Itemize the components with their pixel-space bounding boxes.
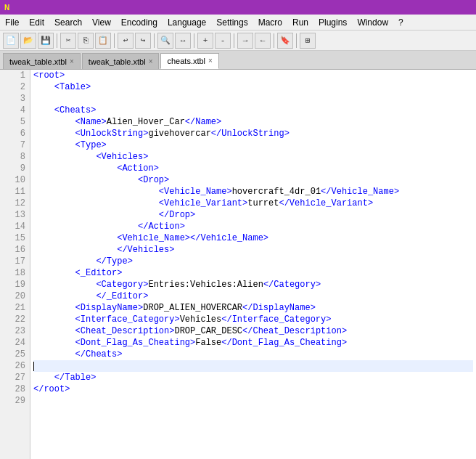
toolbar-separator: [57, 33, 57, 48]
menu-bar: FileEditSearchViewEncodingLanguageSettin…: [0, 15, 476, 31]
code-line-10: <Drop>: [33, 174, 473, 186]
code-content[interactable]: <root> <Table> <Cheats> <Name>Alien_Hove…: [30, 70, 476, 459]
line-num-19: 19: [0, 279, 30, 291]
code-line-5: <Name>Alien_Hover_Car</Name>: [33, 116, 473, 128]
code-line-7: <Type>: [33, 139, 473, 151]
menu-item-search[interactable]: Search: [49, 16, 87, 29]
code-line-9: <Action>: [33, 163, 473, 174]
line-num-9: 9: [0, 163, 30, 174]
line-num-8: 8: [0, 151, 30, 163]
find-replace-button[interactable]: ↔: [175, 33, 191, 49]
find-button[interactable]: 🔍: [157, 33, 173, 49]
view-toggle-button[interactable]: ⊞: [300, 33, 316, 49]
code-line-24: <Dont_Flag_As_Cheating>False</Dont_Flag_…: [33, 337, 473, 349]
menu-item-settings[interactable]: Settings: [211, 16, 253, 29]
outdent-button[interactable]: ←: [255, 33, 271, 49]
menu-item-?[interactable]: ?: [393, 16, 409, 29]
copy-button[interactable]: ⎘: [78, 33, 94, 49]
menu-item-encoding[interactable]: Encoding: [116, 16, 163, 29]
menu-item-view[interactable]: View: [87, 16, 116, 29]
line-num-23: 23: [0, 325, 30, 337]
line-num-22: 22: [0, 314, 30, 325]
line-num-20: 20: [0, 291, 30, 302]
code-line-26: [33, 360, 473, 372]
menu-item-plugins[interactable]: Plugins: [313, 16, 352, 29]
menu-item-macro[interactable]: Macro: [253, 16, 287, 29]
menu-item-file[interactable]: File: [0, 16, 24, 29]
line-num-14: 14: [0, 221, 30, 232]
code-line-25: </Cheats>: [33, 349, 473, 360]
line-num-11: 11: [0, 186, 30, 198]
code-line-14: </Action>: [33, 221, 473, 232]
open-button[interactable]: 📂: [20, 33, 36, 49]
title-bar: N: [0, 0, 476, 15]
tab-1[interactable]: tweak_table.xtbl×: [82, 53, 160, 69]
code-line-13: </Drop>: [33, 209, 473, 221]
new-button[interactable]: 📄: [3, 33, 19, 49]
menu-item-window[interactable]: Window: [352, 16, 393, 29]
code-line-23: <Cheat_Description>DROP_CAR_DESC</Cheat_…: [33, 325, 473, 337]
line-num-15: 15: [0, 232, 30, 244]
menu-item-language[interactable]: Language: [163, 16, 211, 29]
line-num-21: 21: [0, 302, 30, 314]
toolbar-separator: [114, 33, 115, 48]
line-num-28: 28: [0, 383, 30, 395]
line-num-6: 6: [0, 128, 30, 139]
tab-close-2[interactable]: ×: [208, 57, 213, 65]
save-button[interactable]: 💾: [38, 33, 54, 49]
line-num-7: 7: [0, 139, 30, 151]
line-num-5: 5: [0, 116, 30, 128]
toolbar-separator: [274, 33, 274, 48]
line-num-25: 25: [0, 349, 30, 360]
code-line-27: </Table>: [33, 372, 473, 383]
code-area[interactable]: 1234567891011121314151617181920212223242…: [0, 70, 476, 459]
code-line-21: <DisplayName>DROP_ALIEN_HOVERCAR</Displa…: [33, 302, 473, 314]
redo-button[interactable]: ↪: [135, 33, 151, 49]
code-line-1: <root>: [33, 70, 473, 81]
zoom-in-button[interactable]: +: [197, 33, 213, 49]
line-num-16: 16: [0, 244, 30, 256]
code-line-18: <_Editor>: [33, 267, 473, 279]
undo-button[interactable]: ↩: [118, 33, 134, 49]
line-numbers: 1234567891011121314151617181920212223242…: [0, 70, 30, 459]
indent-button[interactable]: →: [237, 33, 253, 49]
code-line-4: <Cheats>: [33, 105, 473, 116]
tab-bar: tweak_table.xtbl×tweak_table.xtbl×cheats…: [0, 51, 476, 70]
tab-label-0: tweak_table.xtbl: [9, 57, 67, 66]
tab-label-2: cheats.xtbl: [167, 57, 205, 65]
toolbar: 📄📂💾✂⎘📋↩↪🔍↔+-→←🔖⊞: [0, 31, 476, 51]
code-line-2: <Table>: [33, 81, 473, 93]
code-line-8: <Vehicles>: [33, 151, 473, 163]
menu-item-edit[interactable]: Edit: [24, 16, 49, 29]
tab-close-1[interactable]: ×: [149, 58, 153, 65]
line-num-18: 18: [0, 267, 30, 279]
line-num-27: 27: [0, 372, 30, 383]
code-line-20: </_Editor>: [33, 291, 473, 302]
line-num-29: 29: [0, 395, 30, 407]
toolbar-separator: [234, 33, 234, 48]
code-line-11: <Vehicle_Name>hovercraft_4dr_01</Vehicle…: [33, 186, 473, 198]
menu-item-run[interactable]: Run: [287, 16, 313, 29]
tab-0[interactable]: tweak_table.xtbl×: [3, 53, 81, 69]
line-num-17: 17: [0, 256, 30, 267]
line-num-10: 10: [0, 174, 30, 186]
code-line-19: <Category>Entries:Vehicles:Alien</Catego…: [33, 279, 473, 291]
code-line-12: <Vehicle_Variant>turret</Vehicle_Variant…: [33, 198, 473, 209]
code-line-29: [33, 395, 473, 407]
toolbar-separator: [194, 33, 194, 48]
app-icon: N: [4, 4, 9, 12]
paste-button[interactable]: 📋: [95, 33, 111, 49]
cut-button[interactable]: ✂: [60, 33, 76, 49]
tab-label-1: tweak_table.xtbl: [89, 57, 146, 66]
code-line-6: <UnlockString>givehovercar</UnlockString…: [33, 128, 473, 139]
line-num-4: 4: [0, 105, 30, 116]
code-line-22: <Interface_Category>Vehicles</Interface_…: [33, 314, 473, 325]
tab-close-0[interactable]: ×: [70, 58, 74, 65]
bookmark-button[interactable]: 🔖: [277, 33, 293, 49]
code-line-17: </Type>: [33, 256, 473, 267]
tab-2[interactable]: cheats.xtbl×: [160, 53, 218, 69]
code-line-3: [33, 93, 473, 105]
zoom-out-button[interactable]: -: [215, 33, 231, 49]
line-num-26: 26: [0, 360, 30, 372]
line-num-2: 2: [0, 81, 30, 93]
